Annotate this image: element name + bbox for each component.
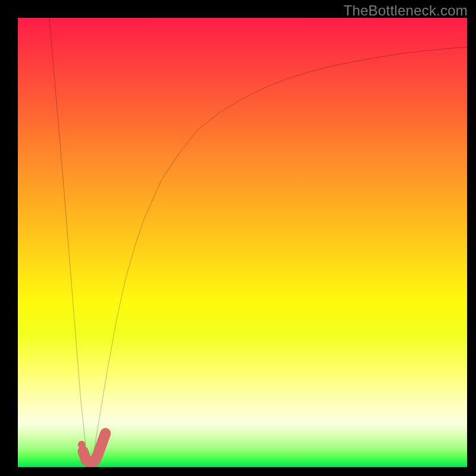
chart-svg: [18, 18, 467, 467]
marker-layer: [78, 433, 105, 463]
watermark-text: TheBottleneck.com: [343, 2, 468, 19]
curve-layer: [49, 18, 467, 462]
bottleneck-curve: [49, 18, 467, 462]
plot-area: [18, 18, 467, 467]
marker-hook: [83, 433, 105, 463]
chart-frame: TheBottleneck.com: [0, 0, 476, 476]
marker-dot: [78, 441, 86, 449]
